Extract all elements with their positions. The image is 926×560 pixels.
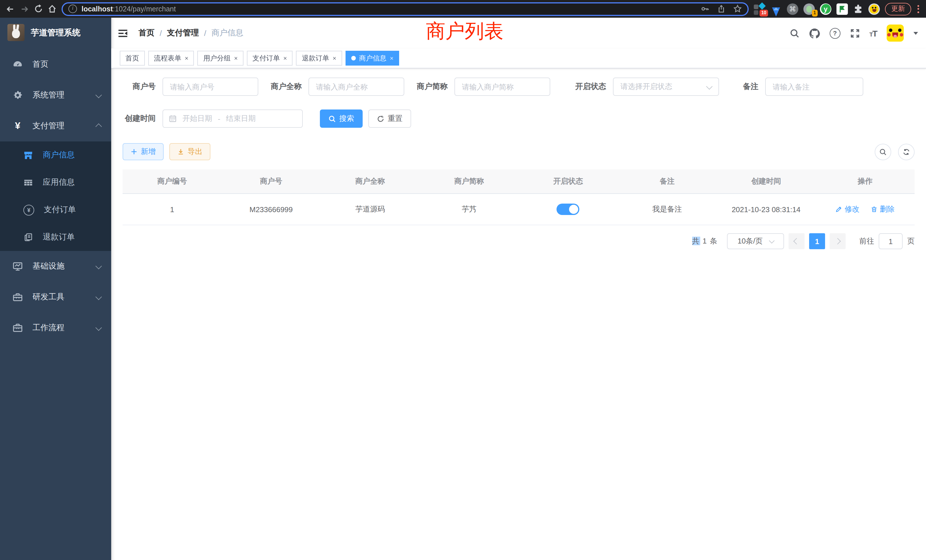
sidebar-item-devtools[interactable]: 研发工具 bbox=[0, 282, 111, 312]
col-actions: 操作 bbox=[816, 170, 915, 194]
start-date-placeholder: 开始日期 bbox=[183, 114, 212, 124]
help-icon[interactable]: ? bbox=[829, 28, 840, 38]
yen-circle-icon: ¥ bbox=[23, 204, 34, 215]
tab-process-form[interactable]: 流程表单× bbox=[148, 51, 194, 65]
sidebar-item-infra[interactable]: 基础设施 bbox=[0, 251, 111, 282]
merchant-no-input[interactable] bbox=[162, 77, 258, 96]
avatar-caret-icon[interactable] bbox=[914, 32, 918, 35]
tab-refund-order[interactable]: 退款订单× bbox=[296, 51, 342, 65]
chevron-down-icon bbox=[96, 323, 101, 333]
close-icon[interactable]: × bbox=[234, 55, 238, 62]
page-size-select[interactable]: 10条/页 bbox=[727, 233, 784, 249]
monitor-chart-icon bbox=[12, 261, 23, 271]
status-toggle[interactable] bbox=[557, 204, 580, 215]
breadcrumb-pay[interactable]: 支付管理 bbox=[167, 28, 199, 38]
bookmark-star-icon[interactable] bbox=[733, 5, 742, 13]
tab-pay-order[interactable]: 支付订单× bbox=[247, 51, 293, 65]
extension-command-icon[interactable]: ⌘ bbox=[787, 3, 798, 15]
col-merchant-no: 商户号 bbox=[221, 170, 321, 194]
browser-menu-icon[interactable] bbox=[916, 5, 920, 13]
extension-profile-icon[interactable]: 1 bbox=[803, 3, 815, 15]
add-button[interactable]: 新增 bbox=[123, 143, 163, 160]
pay-submenu: 商户信息 应用信息 ¥ 支付订单 退款订单 bbox=[0, 141, 111, 251]
toggle-search-button[interactable] bbox=[875, 144, 891, 160]
dashboard-icon bbox=[12, 59, 23, 70]
breadcrumb: 首页 / 支付管理 / 商户信息 bbox=[139, 28, 244, 38]
close-icon[interactable]: × bbox=[283, 55, 287, 62]
sidebar-item-label: 基础设施 bbox=[32, 261, 64, 271]
status-select[interactable]: 请选择开启状态 bbox=[613, 77, 719, 96]
reset-button[interactable]: 重置 bbox=[368, 109, 411, 128]
close-icon[interactable]: × bbox=[390, 55, 394, 62]
sidebar-item-pay[interactable]: ¥ 支付管理 bbox=[0, 110, 111, 141]
sidebar-item-merchant-info[interactable]: 商户信息 bbox=[0, 141, 111, 169]
briefcase-icon bbox=[12, 323, 23, 333]
tab-merchant-info[interactable]: 商户信息× bbox=[345, 51, 399, 65]
forward-icon[interactable] bbox=[20, 4, 29, 14]
full-name-input[interactable] bbox=[309, 77, 404, 96]
header-search-icon[interactable] bbox=[790, 28, 799, 38]
sidebar-item-workflow[interactable]: 工作流程 bbox=[0, 312, 111, 343]
refresh-table-button[interactable] bbox=[898, 144, 915, 160]
calendar-icon bbox=[169, 115, 177, 123]
sidebar-collapse-icon[interactable] bbox=[118, 28, 128, 38]
create-time-range-picker[interactable]: 开始日期 - 结束日期 bbox=[162, 109, 303, 128]
filter-create-time: 创建时间 开始日期 - 结束日期 bbox=[123, 109, 303, 128]
next-page-button[interactable] bbox=[830, 233, 846, 249]
github-icon[interactable] bbox=[809, 28, 820, 38]
app-logo[interactable]: 芋道管理系统 bbox=[0, 18, 111, 47]
address-bar[interactable]: i localhost:1024/pay/merchant bbox=[62, 2, 749, 16]
share-icon[interactable] bbox=[717, 5, 725, 13]
chrome-update-button[interactable]: 更新 bbox=[885, 3, 911, 15]
sidebar: 芋道管理系统 首页 系统管理 ¥ 支付管理 bbox=[0, 18, 111, 560]
extension-gem-icon[interactable] bbox=[770, 3, 782, 15]
sidebar-item-refund-order[interactable]: 退款订单 bbox=[0, 224, 111, 251]
close-icon[interactable]: × bbox=[185, 55, 188, 62]
sidebar-item-label: 工作流程 bbox=[32, 323, 64, 333]
page-1-button[interactable]: 1 bbox=[809, 233, 825, 249]
sidebar-item-home[interactable]: 首页 bbox=[0, 49, 111, 80]
edit-link[interactable]: 修改 bbox=[836, 204, 859, 215]
chevron-left-icon bbox=[793, 238, 800, 245]
filter-short-name: 商户简称 bbox=[417, 77, 550, 96]
remark-input[interactable] bbox=[765, 77, 863, 96]
home-icon[interactable] bbox=[48, 5, 56, 13]
filter-label: 创建时间 bbox=[123, 114, 162, 124]
back-icon[interactable] bbox=[6, 4, 15, 14]
breadcrumb-home[interactable]: 首页 bbox=[139, 28, 154, 38]
filter-status: 开启状态 请选择开启状态 bbox=[575, 77, 719, 96]
search-icon bbox=[328, 115, 336, 122]
sidebar-item-system[interactable]: 系统管理 bbox=[0, 80, 111, 110]
short-name-input[interactable] bbox=[454, 77, 550, 96]
tab-home[interactable]: 首页 bbox=[120, 51, 145, 65]
end-date-placeholder: 结束日期 bbox=[226, 114, 256, 124]
col-status: 开启状态 bbox=[519, 170, 617, 194]
cell-remark: 我是备注 bbox=[617, 194, 716, 225]
password-key-icon[interactable] bbox=[701, 5, 709, 13]
search-button[interactable]: 搜索 bbox=[320, 109, 363, 128]
browser-avatar-emoji[interactable] bbox=[869, 3, 880, 15]
sidebar-item-pay-order[interactable]: ¥ 支付订单 bbox=[0, 196, 111, 224]
export-button[interactable]: 导出 bbox=[169, 143, 210, 160]
extensions-puzzle-icon[interactable] bbox=[853, 4, 863, 14]
close-icon[interactable]: × bbox=[333, 55, 336, 62]
font-size-icon[interactable]: TT bbox=[869, 28, 877, 38]
reload-icon[interactable] bbox=[34, 5, 43, 13]
filter-full-name: 商户全称 bbox=[271, 77, 404, 96]
extension-blocks-icon[interactable]: 10 bbox=[754, 3, 765, 15]
chevron-down-icon bbox=[96, 292, 101, 302]
sidebar-item-app-info[interactable]: 应用信息 bbox=[0, 169, 111, 196]
tab-user-group[interactable]: 用户分组× bbox=[198, 51, 244, 65]
user-avatar[interactable] bbox=[887, 24, 904, 42]
prev-page-button[interactable] bbox=[788, 233, 805, 249]
extension-flag-icon[interactable] bbox=[837, 3, 848, 15]
delete-link[interactable]: 删除 bbox=[871, 204, 895, 215]
filter-label: 商户简称 bbox=[417, 82, 454, 92]
fullscreen-icon[interactable] bbox=[850, 28, 859, 38]
goto-page-input[interactable] bbox=[879, 233, 903, 249]
extension-y-icon[interactable]: y bbox=[820, 3, 831, 15]
site-info-icon[interactable]: i bbox=[68, 5, 77, 13]
tags-view: 首页 流程表单× 用户分组× 支付订单× 退款订单× 商户信息× bbox=[111, 48, 926, 68]
sidebar-item-label: 应用信息 bbox=[43, 177, 75, 188]
url-text[interactable]: localhost:1024/pay/merchant bbox=[82, 5, 696, 13]
